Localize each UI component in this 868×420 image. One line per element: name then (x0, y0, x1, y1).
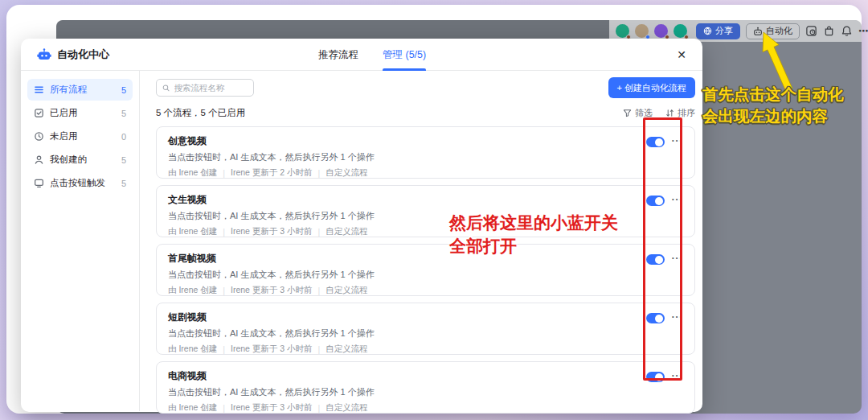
sidebar-item-all-flows[interactable]: 所有流程 5 (27, 79, 133, 101)
flow-meta: 由 Irene 创建 | Irene 更新于 3 小时前 | 自定义流程 (168, 344, 375, 355)
automation-center-modal: 自动化中心 推荐流程 管理 (5/5) ✕ 所有流程 5 (21, 39, 702, 412)
toggle-knob (655, 197, 663, 205)
flow-updated: Irene 更新于 3 小时前 (231, 226, 313, 237)
modal-title-text: 自动化中心 (57, 47, 109, 62)
automation-button[interactable]: 自动化 (746, 23, 800, 39)
check-square-icon (34, 108, 44, 118)
meta-separator: | (318, 286, 321, 295)
robot-logo-icon (37, 47, 51, 62)
sidebar-item-label: 所有流程 (50, 84, 87, 96)
close-icon[interactable]: ✕ (674, 47, 690, 63)
meta-separator: | (223, 227, 225, 237)
version-history-icon[interactable] (805, 25, 817, 38)
sidebar-item-created-by-me[interactable]: 我创建的 5 (27, 149, 133, 171)
flow-more-icon[interactable]: ··· (672, 372, 684, 380)
app-window: 分享 自动化 ⋯ (6, 5, 862, 414)
meta-separator: | (223, 168, 225, 178)
toggle-knob (655, 315, 663, 323)
person-icon (34, 154, 44, 165)
flow-type: 自定义流程 (326, 344, 368, 355)
flow-row[interactable]: 电商视频 当点击按钮时，AI 生成文本，然后执行另外 1 个操作 由 Irene… (156, 361, 695, 414)
meta-separator: | (318, 168, 321, 178)
meta-separator: | (223, 344, 225, 354)
modal-header: 自动化中心 推荐流程 管理 (5/5) ✕ (21, 39, 702, 71)
flow-title: 短剧视频 (168, 311, 375, 324)
search-icon (162, 84, 170, 93)
flow-row[interactable]: 短剧视频 当点击按钮时，AI 生成文本，然后执行另外 1 个操作 由 Irene… (156, 303, 695, 355)
flow-enabled-toggle[interactable] (646, 313, 665, 323)
avatar[interactable] (654, 24, 668, 38)
flow-more-icon[interactable]: ··· (672, 254, 684, 262)
modal-tabs: 推荐流程 管理 (5/5) (318, 39, 426, 71)
search-input[interactable] (174, 83, 248, 93)
flow-more-icon[interactable]: ··· (672, 196, 684, 204)
flow-meta: 由 Irene 创建 | Irene 更新于 3 小时前 | 自定义流程 (168, 226, 375, 237)
filter-label: 筛选 (635, 107, 653, 119)
flow-more-icon[interactable]: ··· (672, 137, 684, 145)
sidebar-item-disabled[interactable]: 未启用 0 (27, 126, 133, 147)
filter-button[interactable]: 筛选 (623, 107, 653, 119)
flow-updated: Irene 更新于 3 小时前 (231, 402, 313, 414)
toggle-knob (655, 256, 663, 264)
flow-type: 自定义流程 (326, 167, 368, 179)
flow-enabled-toggle[interactable] (646, 137, 665, 147)
flow-description: 当点击按钮时，AI 生成文本，然后执行另外 1 个操作 (168, 386, 375, 398)
modal-content: + 创建自动化流程 5 个流程，5 个已启用 筛选 排序 (140, 71, 702, 411)
flow-description: 当点击按钮时，AI 生成文本，然后执行另外 1 个操作 (168, 327, 375, 340)
robot-icon (753, 27, 763, 36)
sidebar-item-count: 5 (121, 85, 126, 95)
avatar[interactable] (635, 24, 649, 38)
meta-separator: | (223, 403, 225, 413)
flow-enabled-toggle[interactable] (646, 254, 665, 265)
sidebar-item-label: 我创建的 (50, 154, 87, 166)
meta-separator: | (318, 344, 321, 354)
meta-separator: | (223, 286, 225, 295)
flow-row[interactable]: 首尾帧视频 当点击按钮时，AI 生成文本，然后执行另外 1 个操作 由 Iren… (156, 244, 695, 296)
flow-enabled-toggle[interactable] (646, 372, 665, 382)
flow-title: 电商视频 (168, 369, 375, 383)
automation-label: 自动化 (766, 25, 792, 37)
flow-creator: 由 Irene 创建 (168, 285, 217, 296)
window-click-icon (34, 178, 44, 188)
flow-row[interactable]: 创意视频 当点击按钮时，AI 生成文本，然后执行另外 1 个操作 由 Irene… (156, 126, 695, 179)
flow-meta: 由 Irene 创建 | Irene 更新于 3 小时前 | 自定义流程 (168, 285, 375, 296)
topbar-more-icon[interactable]: ⋯ (858, 25, 868, 37)
sidebar-item-count: 0 (121, 132, 126, 142)
create-flow-button[interactable]: + 创建自动化流程 (608, 77, 695, 98)
avatar[interactable] (616, 24, 629, 38)
tab-label: 管理 (5/5) (383, 48, 426, 62)
flow-creator: 由 Irene 创建 (168, 167, 217, 179)
flow-title: 创意视频 (168, 134, 375, 148)
bell-icon[interactable] (841, 25, 853, 38)
sidebar-item-count: 5 (121, 179, 126, 188)
flow-description: 当点击按钮时，AI 生成文本，然后执行另外 1 个操作 (168, 210, 375, 222)
flow-more-icon[interactable]: ··· (672, 313, 684, 321)
sort-icon (665, 109, 674, 117)
modal-title: 自动化中心 (21, 47, 109, 62)
avatar[interactable] (674, 24, 687, 38)
flow-creator: 由 Irene 创建 (168, 226, 217, 237)
sort-label: 排序 (678, 107, 695, 119)
search-box[interactable] (156, 79, 254, 97)
tab-manage[interactable]: 管理 (5/5) (383, 39, 426, 71)
app-bag-icon[interactable] (823, 25, 835, 38)
sort-button[interactable]: 排序 (665, 107, 695, 119)
meta-separator: | (318, 403, 321, 413)
flow-count-summary: 5 个流程，5 个已启用 (156, 107, 245, 119)
toggle-knob (655, 138, 663, 146)
tab-recommended-flows[interactable]: 推荐流程 (318, 39, 358, 71)
sidebar-item-enabled[interactable]: 已启用 5 (27, 102, 133, 124)
sidebar-item-label: 点击按钮触发 (50, 177, 105, 189)
flow-row[interactable]: 文生视频 当点击按钮时，AI 生成文本，然后执行另外 1 个操作 由 Irene… (156, 185, 695, 237)
share-button[interactable]: 分享 (696, 23, 740, 39)
flow-meta: 由 Irene 创建 | Irene 更新于 2 小时前 | 自定义流程 (168, 167, 375, 179)
flow-enabled-toggle[interactable] (646, 196, 665, 206)
flow-updated: Irene 更新于 3 小时前 (231, 285, 313, 296)
sidebar-item-button-trigger[interactable]: 点击按钮触发 5 (27, 172, 133, 194)
globe-icon (703, 27, 712, 35)
tab-label: 推荐流程 (318, 48, 358, 62)
flow-meta: 由 Irene 创建 | Irene 更新于 3 小时前 | 自定义流程 (168, 402, 375, 414)
flow-updated: Irene 更新于 3 小时前 (231, 344, 313, 355)
sidebar-item-count: 5 (121, 109, 126, 118)
flow-list: 创意视频 当点击按钮时，AI 生成文本，然后执行另外 1 个操作 由 Irene… (156, 126, 695, 414)
